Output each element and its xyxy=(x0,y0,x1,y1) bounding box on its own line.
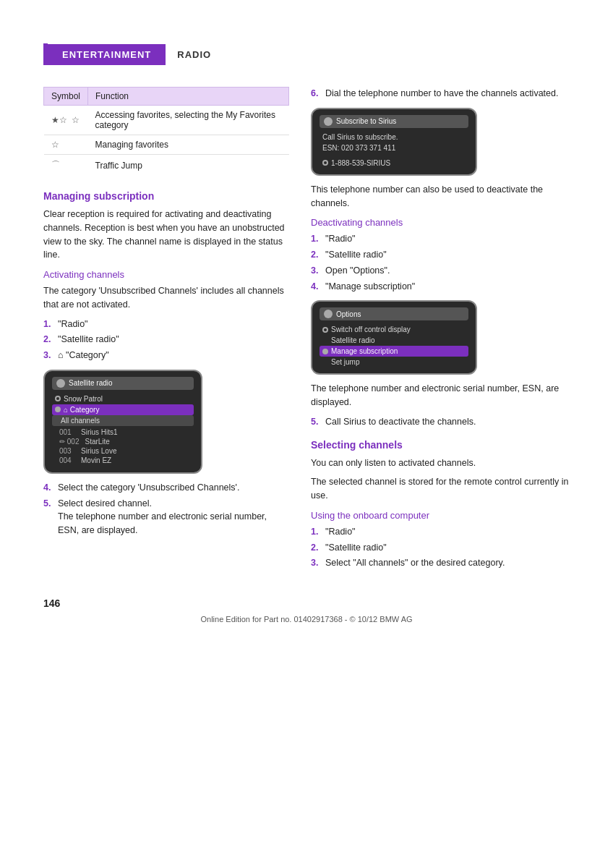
subscribe-title-text: Subscribe to Sirius xyxy=(336,117,396,125)
list-item: 3. Select "All channels" or the desired … xyxy=(311,556,570,570)
list-item: 4. Select the category 'Unsubscribed Cha… xyxy=(43,481,289,495)
step-text: Dial the telephone number to have the ch… xyxy=(325,87,558,101)
symbol-table: Symbol Function ★☆ ☆ Accessing favorites… xyxy=(43,87,289,176)
radio-label: RADIO xyxy=(177,49,211,60)
function-col-header: Function xyxy=(88,88,289,106)
table-row: ☆ Managing favorites xyxy=(44,135,289,155)
list-item: 2. "Satellite radio" xyxy=(311,248,570,262)
list-item: 2. "Satellite radio" xyxy=(311,541,570,555)
list-item: 1. "Radio" xyxy=(43,318,289,331)
managing-subscription-body: Clear reception is required for activati… xyxy=(43,208,289,262)
dot-filled-icon xyxy=(322,349,328,354)
phone-text: 1-888-539-SIRIUS xyxy=(331,159,390,167)
dot-icon xyxy=(322,327,328,333)
options-row2: Satellite radio xyxy=(320,335,468,346)
screen-row-allchannels: All channels xyxy=(52,415,194,426)
entertainment-label: ENTERTAINMENT xyxy=(48,44,166,65)
step-text: Select "All channels" or the desired cat… xyxy=(325,556,505,570)
page-footer: 146 Online Edition for Part no. 01402917… xyxy=(43,597,570,624)
channel-name: Movin EZ xyxy=(81,456,111,464)
screen-title-text: Satellite radio xyxy=(69,379,113,387)
list-item: 3. Open "Options". xyxy=(311,264,570,278)
options-row1: Switch off control display xyxy=(320,324,468,335)
list-item: 3. ⌂ "Category" xyxy=(43,349,289,362)
deactivating-steps: 1. "Radio" 2. "Satellite radio" 3. Open … xyxy=(311,232,570,293)
symbol-cell: ★☆ ☆ xyxy=(44,106,88,135)
step-text: Select the category 'Unsubscribed Channe… xyxy=(58,481,239,495)
step5-deactivate: 5. Call Sirius to deactivate the channel… xyxy=(311,415,570,429)
channel-item: 004 Movin EZ xyxy=(59,456,187,465)
screen-row: Snow Patrol xyxy=(52,393,194,404)
step-text: "Satellite radio" xyxy=(325,541,387,555)
screen-icon xyxy=(324,310,333,318)
page-header: ENTERTAINMENT RADIO xyxy=(43,43,570,65)
left-column: Symbol Function ★☆ ☆ Accessing favorites… xyxy=(43,87,289,576)
main-content: Symbol Function ★☆ ☆ Accessing favorites… xyxy=(43,87,570,576)
channel-name: StarLite xyxy=(85,438,109,446)
options-title: Options xyxy=(320,307,468,320)
list-item: 5. Call Sirius to deactivate the channel… xyxy=(311,415,570,429)
step-text: Open "Options". xyxy=(325,264,390,278)
row-text: Set jump xyxy=(322,358,359,366)
list-item: 2. "Satellite radio" xyxy=(43,333,289,346)
managing-subscription-heading: Managing subscription xyxy=(43,190,289,202)
step-text: "Radio" xyxy=(325,525,356,539)
page-number: 146 xyxy=(43,597,60,609)
using-onboard-heading: Using the onboard computer xyxy=(311,510,570,521)
symbol-cell: ⌒ xyxy=(44,155,88,176)
dot-icon xyxy=(55,396,61,401)
options-screen: Options Switch off control display Satel… xyxy=(311,300,477,375)
step-text: "Radio" xyxy=(325,232,356,246)
subscribe-title: Subscribe to Sirius xyxy=(320,115,468,128)
list-item: 4. "Manage subscription" xyxy=(311,280,570,294)
list-item: 5. Select desired channel.The telephone … xyxy=(43,497,289,537)
right-column: 6. Dial the telephone number to have the… xyxy=(311,87,570,576)
activating-channels-heading: Activating channels xyxy=(43,269,289,280)
screen-icon xyxy=(56,379,65,388)
options-row4: Set jump xyxy=(320,357,468,367)
step-text: Select desired channel.The telephone num… xyxy=(58,497,289,537)
manage-subscription-text: Manage subscription xyxy=(331,347,398,355)
step-text: "Radio" xyxy=(58,318,88,331)
function-cell: Traffic Jump xyxy=(88,155,289,176)
function-cell: Managing favorites xyxy=(88,135,289,155)
step-text: ⌂ "Category" xyxy=(58,349,109,362)
step-text: "Manage subscription" xyxy=(325,280,415,294)
channel-item: ✏ 002 StarLite xyxy=(59,437,187,446)
list-item: 6. Dial the telephone number to have the… xyxy=(311,87,570,101)
step-text: Call Sirius to deactivate the channels. xyxy=(325,415,476,429)
screen-row-selected: ⌂ Category xyxy=(52,404,194,415)
symbol-col-header: Symbol xyxy=(44,88,88,106)
activating-steps-list: 1. "Radio" 2. "Satellite radio" 3. ⌂ "Ca… xyxy=(43,318,289,362)
row-text: Switch off control display xyxy=(331,326,411,333)
function-cell: Accessing favorites, selecting the My Fa… xyxy=(88,106,289,135)
deactivating-after-screen: The telephone number and electronic seri… xyxy=(311,382,570,409)
selecting-para2: The selected channel is stored for the r… xyxy=(311,475,570,503)
step-text: "Satellite radio" xyxy=(325,248,387,262)
table-row: ★☆ ☆ Accessing favorites, selecting the … xyxy=(44,106,289,135)
symbol-cell: ☆ xyxy=(44,135,88,155)
channel-name: Sirius Hits1 xyxy=(81,428,118,436)
channel-name: Sirius Love xyxy=(81,447,116,455)
onboard-steps: 1. "Radio" 2. "Satellite radio" 3. Selec… xyxy=(311,525,570,570)
list-item: 1. "Radio" xyxy=(311,232,570,246)
selecting-para1: You can only listen to activated channel… xyxy=(311,456,570,470)
subscribe-row3: 1-888-539-SIRIUS xyxy=(320,158,468,169)
row-text: Call Sirius to subscribe. xyxy=(322,133,398,141)
channel-item: 001 Sirius Hits1 xyxy=(59,427,187,437)
category-label: ⌂ Category xyxy=(64,406,99,414)
options-row3-selected: Manage subscription xyxy=(320,346,468,357)
channel-item: 003 Sirius Love xyxy=(59,446,187,456)
subscribe-row2: ESN: 020 373 371 411 xyxy=(320,142,468,153)
screen-icon xyxy=(324,117,333,126)
step-text: "Satellite radio" xyxy=(58,333,119,346)
screen-title: Satellite radio xyxy=(52,377,194,390)
options-title-text: Options xyxy=(336,310,361,318)
subscribe-sirius-screen: Subscribe to Sirius Call Sirius to subsc… xyxy=(311,108,477,176)
step6-list: 6. Dial the telephone number to have the… xyxy=(311,87,570,101)
table-row: ⌒ Traffic Jump xyxy=(44,155,289,176)
after-screen-text: This telephone number can also be used t… xyxy=(311,183,570,210)
dot-filled-icon xyxy=(55,407,61,412)
list-item: 1. "Radio" xyxy=(311,525,570,539)
activating-intro: The category 'Unsubscribed Channels' inc… xyxy=(43,284,289,312)
